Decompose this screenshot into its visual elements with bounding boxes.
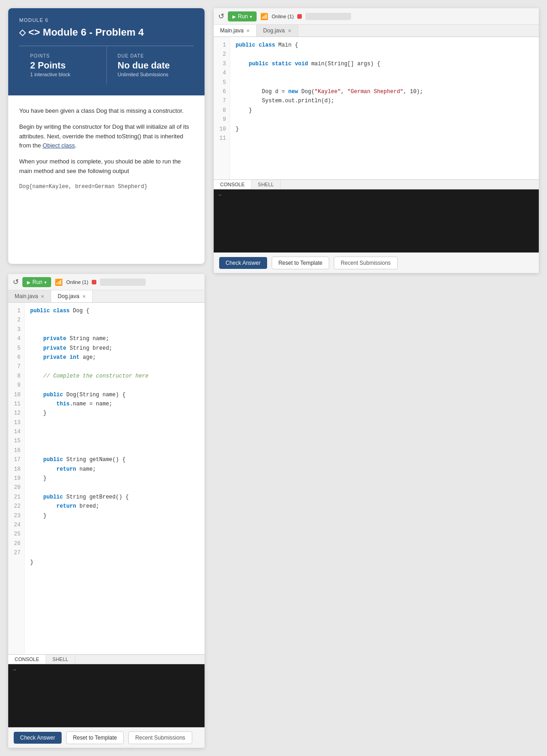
toolbar-input[interactable] [305,13,351,20]
tab-dog-close-bottom[interactable]: ✕ [82,294,86,299]
dog-code-content[interactable]: 12345 678910 1112131415 1617181920 21222… [8,303,205,654]
due-col: DUE DATE No due date Unlimited Submissio… [107,46,194,84]
panel-header: MODULE 6 ◇ <> Module 6 - Problem 4 POINT… [8,8,205,95]
dog-code-area[interactable]: public class Dog { private String name; … [25,303,205,654]
console-bottom: CONSOLE SHELL → [8,654,205,727]
console-tab-shell-bottom[interactable]: SHELL [46,655,75,664]
points-value: 2 Points [30,60,95,71]
panel-meta: POINTS 2 Points 1 interactive block DUE … [19,46,194,84]
reset-button-bottom[interactable]: Reset to Template [66,731,124,744]
console-tabs-bottom: CONSOLE SHELL [8,655,205,664]
toolbar-input-bottom[interactable] [100,278,146,286]
console-body-bottom: → [8,664,205,727]
back-icon-bottom: ↺ [13,278,19,286]
console-tab-console-top[interactable]: CONSOLE [214,180,252,189]
tab-dog-java-bottom[interactable]: Dog.java ✕ [51,290,92,302]
wifi-icon-bottom: 📶 [55,278,63,286]
problem-title: ◇ <> Module 6 - Problem 4 [19,26,194,38]
editor-tabs-top: Main.java ✕ Dog.java ✕ [214,25,539,37]
line-numbers-main: 12345 67891011 [214,37,230,179]
dog-java-editor: ↺ Run 📶 Online (1) Main.java ✕ Dog.java … [8,274,205,748]
line-numbers-dog: 12345 678910 1112131415 1617181920 21222… [8,303,25,654]
points-sub: 1 interactive block [30,72,95,77]
play-icon [232,13,236,20]
main-java-editor: ↺ Run 📶 Online (1) Main.java ✕ Dog.java … [214,8,539,273]
check-answer-button-top[interactable]: Check Answer [219,257,267,269]
console-tabs-top: CONSOLE SHELL [214,180,539,189]
console-arrow-bottom: → [13,667,16,672]
main-code-area[interactable]: public class Main { public static void m… [230,37,539,179]
console-tab-console-bottom[interactable]: CONSOLE [8,655,46,664]
description3: When your method is complete, you should… [19,157,194,176]
console-body-top: → [214,189,539,252]
dropdown-icon [250,13,252,20]
assignment-panel: MODULE 6 ◇ <> Module 6 - Problem 4 POINT… [8,8,205,264]
tab-main-java-bottom[interactable]: Main.java ✕ [8,290,51,302]
status-dot-bottom [92,280,96,284]
run-button-bottom[interactable]: Run [22,277,51,287]
check-answer-button-bottom[interactable]: Check Answer [14,732,62,744]
editor-toolbar-bottom: ↺ Run 📶 Online (1) [8,274,205,290]
tab-dog-close-top[interactable]: ✕ [288,28,291,33]
object-class-link[interactable]: Object class [42,142,75,149]
reset-button-top[interactable]: Reset to Template [272,257,330,269]
editor-tabs-bottom: Main.java ✕ Dog.java ✕ [8,290,205,303]
tab-main-close-bottom[interactable]: ✕ [41,294,44,299]
main-code-content[interactable]: 12345 67891011 public class Main { publi… [214,37,539,179]
tab-dog-java-top[interactable]: Dog.java ✕ [257,25,298,37]
online-status-bottom: Online (1) [66,279,88,285]
wifi-icon: 📶 [260,13,268,20]
points-label: POINTS [30,53,95,58]
console-tab-shell-top[interactable]: SHELL [252,180,281,189]
tab-main-java[interactable]: Main.java ✕ [214,25,257,37]
code-sample: Dog{name=Kaylee, breed=German Shepherd} [19,183,194,191]
console-arrow-top: → [218,192,221,198]
editor-footer-bottom: Check Answer Reset to Template Recent Su… [8,727,205,748]
description1: You have been given a class Dog that is … [19,106,194,116]
due-sub: Unlimited Submissions [118,72,183,77]
back-icon: ↺ [218,12,224,21]
description2: Begin by writing the constructor for Dog… [19,122,194,151]
dropdown-icon-bottom [44,279,47,285]
panel-body: You have been given a class Dog that is … [8,95,205,202]
due-value: No due date [118,60,183,71]
diamond-icon: ◇ [19,27,26,37]
module-label: MODULE 6 [19,17,194,23]
online-status: Online (1) [272,14,294,19]
console-top: CONSOLE SHELL → [214,179,539,252]
editor-footer-top: Check Answer Reset to Template Recent Su… [214,252,539,273]
recent-button-top[interactable]: Recent Submissions [334,257,397,269]
recent-button-bottom[interactable]: Recent Submissions [128,731,192,744]
play-icon-bottom [27,279,31,285]
editor-toolbar-top: ↺ Run 📶 Online (1) [214,8,539,25]
run-button[interactable]: Run [228,11,257,21]
due-label: DUE DATE [118,53,183,58]
tab-main-close[interactable]: ✕ [246,28,250,33]
status-dot [297,14,302,19]
points-col: POINTS 2 Points 1 interactive block [19,46,107,84]
